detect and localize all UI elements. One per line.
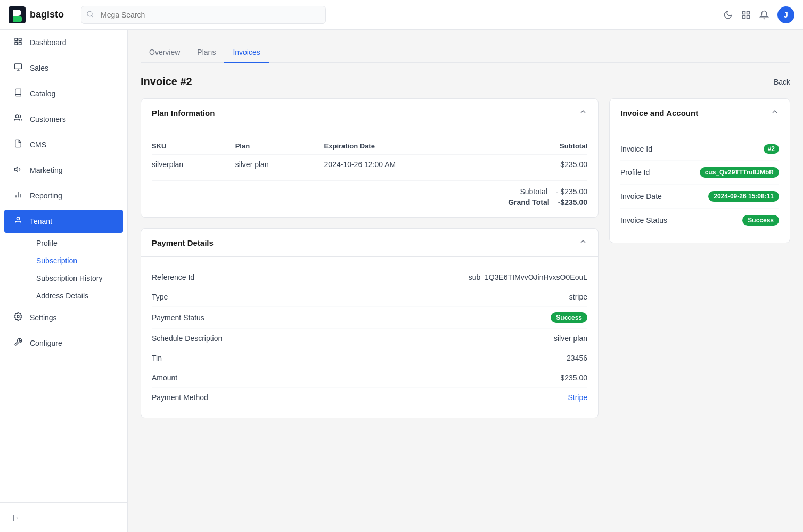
sidebar-label-dashboard: Dashboard [30,38,67,47]
app-layout: bagisto J [0,0,803,532]
sidebar-label-configure: Configure [30,339,62,347]
configure-icon [13,338,23,348]
cms-icon [13,139,23,150]
invoice-account-toggle[interactable] [771,107,779,118]
detail-value: 23456 [567,354,587,362]
sidebar-item-cms[interactable]: CMS [4,133,123,156]
detail-label: Payment Method [152,393,208,402]
sidebar-sub-address-details[interactable]: Address Details [28,287,123,304]
sidebar-item-tenant[interactable]: Tenant [4,210,123,233]
invoice-account-body: Invoice Id#2Profile Idcus_Qv29TTTru8JMbR… [610,127,790,243]
layout-button[interactable] [741,10,751,20]
invoice-account-card: Invoice and Account Invoice Id#2Profile … [609,98,790,243]
svg-point-18 [17,217,19,220]
detail-label: Reference Id [152,273,194,281]
col-sku: SKU [152,138,235,155]
svg-point-19 [17,315,19,318]
sidebar-item-configure[interactable]: Configure [4,331,123,355]
sidebar-sub-profile[interactable]: Profile [28,235,123,252]
cell-sku: silverplan [152,155,235,174]
payment-method-value: Stripe [568,393,587,402]
avatar[interactable]: J [777,6,794,23]
col-plan: Plan [235,138,324,155]
col-expiration-date: Expiration Date [324,138,514,155]
subtotal-row: Subtotal - $235.00 [520,187,587,196]
detail-label: Amount [152,373,177,382]
sidebar-sub-subscription[interactable]: Subscription [28,252,123,269]
payment-detail-row: Schedule Descriptionsilver plan [152,329,587,348]
logo-icon [9,6,26,23]
sidebar-item-catalog[interactable]: Catalog [4,82,123,105]
dashboard-icon [13,37,23,48]
payment-detail-row: Reference Idsub_1Q3E6TIMvvOJinHvxsO0EouL [152,268,587,287]
cell-expiration-date: 2024-10-26 12:00 AM [324,155,514,174]
payment-rows: Reference Idsub_1Q3E6TIMvvOJinHvxsO0EouL… [152,268,587,407]
grand-total-row: Grand Total -$235.00 [508,198,587,206]
catalog-icon [13,88,23,99]
plan-table: SKU Plan Expiration Date Subtotal silver… [152,138,587,174]
svg-point-13 [15,115,18,118]
tenant-icon [13,216,23,227]
sidebar-footer: |← [0,502,127,532]
reporting-icon [13,190,23,201]
sidebar-item-dashboard[interactable]: Dashboard [4,31,123,54]
tab-plans[interactable]: Plans [189,43,224,63]
plan-information-title: Plan Information [152,109,215,118]
sidebar-item-customers[interactable]: Customers [4,107,123,131]
payment-details-body: Reference Idsub_1Q3E6TIMvvOJinHvxsO0EouL… [141,257,598,418]
payment-detail-row: Payment MethodStripe [152,388,587,407]
logo: bagisto [9,6,72,23]
search-input[interactable] [81,6,326,24]
sidebar-label-catalog: Catalog [30,89,55,98]
tab-overview[interactable]: Overview [141,43,189,63]
svg-rect-9 [19,42,21,45]
sidebar-item-sales[interactable]: Sales [4,56,123,80]
payment-details-header: Payment Details [141,229,598,257]
svg-rect-3 [747,11,750,14]
content-grid: Plan Information SKU Plan [141,98,790,418]
sidebar-item-marketing[interactable]: Marketing [4,159,123,182]
invoice-info-label: Invoice Date [620,192,662,201]
payment-details-card: Payment Details Reference Idsub_1Q3E6TIM… [141,228,599,418]
plan-information-toggle[interactable] [579,107,587,118]
subtotal-value: - $235.00 [556,187,587,196]
dark-mode-button[interactable] [723,10,733,20]
table-row: silverplan silver plan 2024-10-26 12:00 … [152,155,587,174]
payment-details-toggle[interactable] [579,237,587,248]
invoice-info-label: Invoice Status [620,216,667,225]
payment-details-title: Payment Details [152,238,214,247]
svg-rect-2 [742,11,745,14]
sidebar-sub-subscription-history[interactable]: Subscription History [28,270,123,287]
detail-label: Schedule Description [152,334,222,343]
logo-text: bagisto [30,9,64,20]
payment-detail-row: Tin23456 [152,348,587,368]
notification-button[interactable] [759,10,769,20]
sidebar-label-marketing: Marketing [30,166,62,174]
payment-status-badge: Success [551,312,587,323]
sidebar-collapse-button[interactable]: |← [4,509,123,526]
invoice-info-row: Invoice StatusSuccess [620,209,779,232]
back-button[interactable]: Back [774,78,790,86]
invoice-status-badge: Success [742,215,779,226]
svg-rect-7 [19,38,21,41]
plan-information-body: SKU Plan Expiration Date Subtotal silver… [141,127,598,217]
invoice-id-badge: #2 [764,144,779,154]
detail-value: silver plan [554,334,587,343]
sidebar-label-settings: Settings [30,313,57,322]
invoice-rows: Invoice Id#2Profile Idcus_Qv29TTTru8JMbR… [620,138,779,232]
plan-information-card: Plan Information SKU Plan [141,98,599,218]
plan-information-header: Plan Information [141,99,598,127]
detail-value: sub_1Q3E6TIMvvOJinHvxsO0EouL [469,273,587,281]
sidebar-item-reporting[interactable]: Reporting [4,184,123,207]
detail-value: $235.00 [560,373,587,382]
sidebar: Dashboard Sales Catalog Customers [0,30,128,532]
profile-id-badge: cus_Qv29TTTru8JMbR [700,167,779,178]
invoice-info-label: Invoice Id [620,145,652,153]
main-area: Dashboard Sales Catalog Customers [0,30,803,532]
svg-rect-8 [15,42,18,45]
search-bar [81,6,326,24]
cell-subtotal: $235.00 [514,155,587,174]
invoice-info-label: Profile Id [620,168,650,177]
sidebar-item-settings[interactable]: Settings [4,306,123,329]
tab-invoices[interactable]: Invoices [224,43,268,63]
